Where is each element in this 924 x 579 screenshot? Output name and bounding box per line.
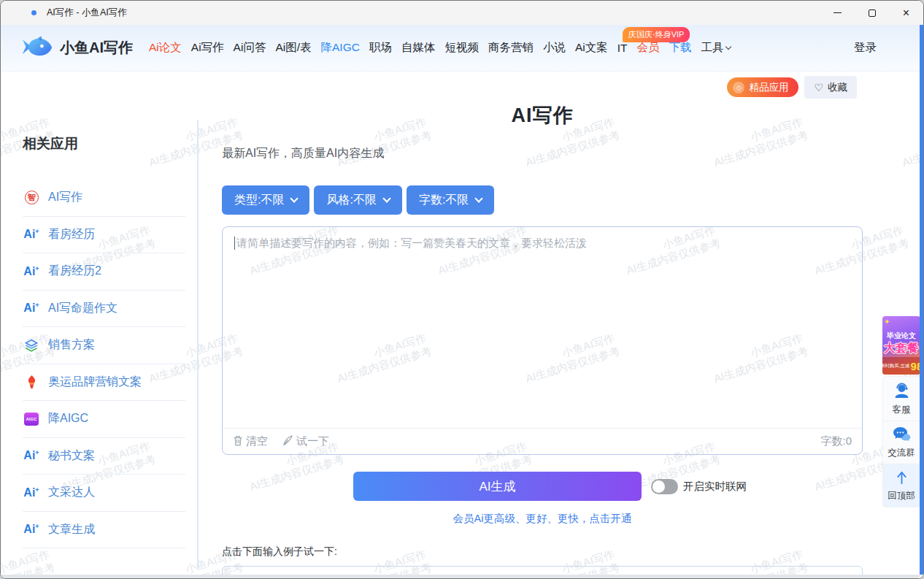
- try-button[interactable]: 试一下: [282, 434, 329, 448]
- ad-line3: 限时购买,立减: [882, 363, 910, 369]
- close-button[interactable]: ×: [889, 1, 923, 25]
- app-favicon-icon: [31, 10, 36, 15]
- nav-item-10[interactable]: Ai文案: [575, 40, 608, 55]
- nav-item-7[interactable]: 短视频: [444, 40, 479, 55]
- rail-buttons: 客服交流群回顶部: [882, 376, 920, 507]
- filter-label: 类型:不限: [234, 193, 284, 208]
- nav-item-6[interactable]: 自媒体: [401, 40, 436, 55]
- vip-promo-badge[interactable]: 庆国庆·终身VIP: [623, 27, 690, 42]
- filter-dropdown-2[interactable]: 字数:不限: [407, 185, 494, 215]
- arrow-up-icon: [895, 469, 909, 488]
- prompt-placeholder-row: 请简单描述要写作的内容，例如：写一篇赞美春天的文章，要求轻松活泼: [223, 227, 862, 260]
- filter-dropdown-0[interactable]: 类型:不限: [222, 185, 309, 215]
- clear-button[interactable]: 清空: [233, 434, 268, 448]
- nav-item-3[interactable]: Ai图/表: [275, 40, 311, 55]
- realtime-toggle-label: 开启实时联网: [683, 480, 747, 494]
- vertical-scrollbar[interactable]: [920, 25, 923, 575]
- text-cursor: [234, 237, 235, 250]
- torch-icon: [23, 375, 40, 389]
- sidebar-item-label: 文章生成: [48, 522, 95, 537]
- nav-item-12[interactable]: 会员: [636, 40, 659, 55]
- chevron-down-icon: [475, 194, 483, 202]
- minimize-button[interactable]: [820, 1, 855, 25]
- sidebar-item-label: 降AIGC: [48, 411, 88, 426]
- word-count: 字数:0: [820, 434, 852, 448]
- sidebar-item-label: 文采达人: [48, 485, 95, 500]
- horizontal-scrollbar[interactable]: [1, 575, 920, 578]
- ai-generate-button[interactable]: AI生成: [353, 472, 642, 501]
- maximize-button[interactable]: [855, 1, 889, 25]
- filter-label: 字数:不限: [419, 193, 469, 208]
- nav-item-5[interactable]: 职场: [369, 40, 392, 55]
- sidebar-item-2[interactable]: Ai+看房经历2: [23, 253, 185, 291]
- example-hint: 点击下面输入例子试一下:: [222, 545, 863, 559]
- nav-item-4[interactable]: 降AIGC: [320, 40, 359, 55]
- sidebar-item-5[interactable]: 奥运品牌营销文案: [23, 364, 185, 402]
- nav-item-1[interactable]: Ai写作: [191, 40, 224, 55]
- chat-group-icon: [893, 426, 911, 445]
- brand-logo[interactable]: 小鱼AI写作: [21, 34, 133, 62]
- ad-footer: 限时购买,立减 98: [882, 357, 920, 375]
- ai-plus-icon: Ai+: [23, 449, 40, 462]
- rail-button-2[interactable]: 回顶部: [883, 464, 920, 507]
- sidebar-item-1[interactable]: Ai+看房经历: [23, 217, 185, 254]
- nav-item-13[interactable]: 下载: [669, 40, 691, 55]
- prompt-placeholder: 请简单描述要写作的内容，例如：写一篇赞美春天的文章，要求轻松活泼: [236, 237, 587, 250]
- nav-item-2[interactable]: Ai问答: [234, 40, 266, 55]
- content: 相关应用 智AI写作Ai+看房经历Ai+看房经历2Ai+AI写命题作文销售方案奥…: [1, 72, 923, 578]
- favorite-label: 收藏: [828, 81, 847, 94]
- rail-button-1[interactable]: 交流群: [883, 421, 920, 464]
- ai-plus-icon: Ai+: [23, 228, 40, 241]
- trash-icon: [233, 435, 243, 448]
- page: 小鱼AI写作AI生成内容仅供参考小鱼AI写作AI生成内容仅供参考小鱼AI写作AI…: [1, 25, 923, 578]
- service-icon: [893, 382, 911, 402]
- sidebar-item-6[interactable]: AIGC降AIGC: [23, 401, 185, 438]
- sidebar-item-label: 秘书文案: [48, 448, 95, 464]
- ai-plus-icon: Ai+: [23, 523, 40, 536]
- chevron-down-icon: [382, 194, 390, 202]
- zhi-badge-icon: 智: [23, 191, 40, 204]
- sidebar-list: 智AI写作Ai+看房经历Ai+看房经历2Ai+AI写命题作文销售方案奥运品牌营销…: [1, 180, 199, 548]
- generate-row: AI生成 开启实时联网: [222, 472, 863, 501]
- realtime-toggle[interactable]: [651, 479, 678, 494]
- brand-name: 小鱼AI写作: [60, 38, 133, 58]
- rail-button-0[interactable]: 客服: [883, 377, 920, 421]
- nav-item-8[interactable]: 商务营销: [488, 40, 534, 55]
- sidebar-item-9[interactable]: Ai+文章生成: [23, 512, 185, 549]
- ad-line1: 毕业论文: [882, 331, 920, 341]
- maximize-icon: [869, 9, 876, 17]
- gem-icon: ◇: [733, 82, 744, 93]
- premium-app-badge[interactable]: ◇ 精品应用: [727, 77, 798, 97]
- prompt-input[interactable]: 请简单描述要写作的内容，例如：写一篇赞美春天的文章，要求轻松活泼 清空 试一下 …: [222, 226, 863, 455]
- ai-plus-icon: Ai+: [23, 486, 40, 499]
- filter-dropdown-1[interactable]: 风格:不限: [314, 185, 401, 215]
- sidebar-item-7[interactable]: Ai+秘书文案: [23, 438, 185, 475]
- sidebar-item-8[interactable]: Ai+文采达人: [23, 475, 185, 512]
- toggle-knob: [652, 480, 665, 493]
- ai-plus-icon: Ai+: [23, 265, 40, 278]
- thesis-ad-banner[interactable]: ✦ 毕业论文 大套餐 限时购买,立减 98: [882, 316, 920, 375]
- login-link[interactable]: 登录: [854, 40, 877, 55]
- nav-item-11[interactable]: IT: [617, 42, 628, 55]
- sparkle-icon: ✦: [884, 318, 890, 326]
- sidebar-item-4[interactable]: 销售方案: [23, 327, 185, 364]
- nav-item-14[interactable]: 工具: [701, 40, 731, 55]
- sidebar-item-label: 看房经历: [48, 227, 95, 242]
- favorite-button[interactable]: ♡ 收藏: [804, 76, 857, 99]
- filter-row: 类型:不限风格:不限字数:不限: [222, 185, 863, 215]
- sidebar-item-3[interactable]: Ai+AI写命题作文: [23, 291, 185, 328]
- window-title: AI写作 - 小鱼AI写作: [47, 7, 127, 19]
- sidebar-item-label: 看房经历2: [48, 264, 101, 279]
- rail-button-label: 回顶部: [888, 490, 915, 502]
- premium-badge-label: 精品应用: [749, 81, 788, 94]
- window-controls: ×: [820, 1, 923, 25]
- nav-item-0[interactable]: Ai论文: [149, 40, 182, 55]
- nav-item-9[interactable]: 小说: [543, 40, 566, 55]
- member-upgrade-link[interactable]: 会员Ai更高级、更好、更快，点击开通: [222, 512, 863, 526]
- sidebar-item-label: 销售方案: [48, 337, 95, 353]
- sidebar-item-0[interactable]: 智AI写作: [23, 180, 185, 217]
- close-icon: ×: [903, 7, 909, 19]
- sidebar-item-label: AI写命题作文: [48, 301, 118, 316]
- minimize-icon: [833, 12, 842, 13]
- sidebar-item-label: AI写作: [48, 190, 82, 205]
